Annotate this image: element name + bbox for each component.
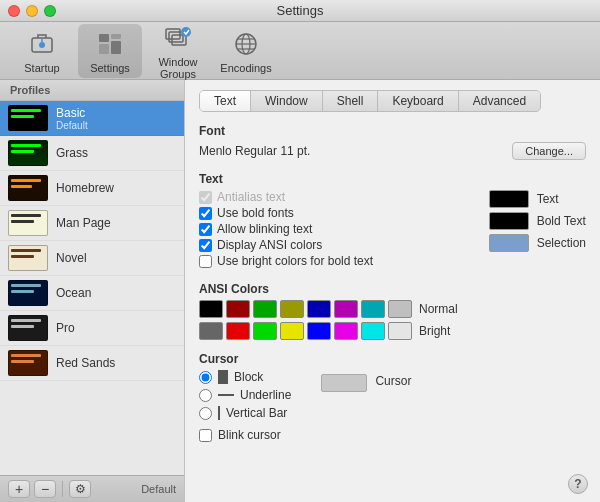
tab-text[interactable]: Text [200,91,251,111]
add-profile-button[interactable]: + [8,480,30,498]
minimize-button[interactable] [26,5,38,17]
cursor-vbar-vis [218,406,220,420]
encodings-label: Encodings [220,62,271,74]
ansi-bright-7[interactable] [388,322,412,340]
toolbar-item-window-groups[interactable]: Window Groups [146,18,210,84]
ansi-normal-0[interactable] [199,300,223,318]
ansi-bright-5[interactable] [334,322,358,340]
ansi-normal-3[interactable] [280,300,304,318]
profile-name-grass: Grass [56,146,88,160]
ansi-normal-4[interactable] [307,300,331,318]
bold-fonts-checkbox[interactable] [199,207,212,220]
svg-rect-7 [169,32,183,42]
ansi-bright-0[interactable] [199,322,223,340]
svg-rect-4 [111,34,121,39]
content-pane: Text Window Shell Keyboard Advanced Font… [185,80,600,502]
sidebar-toolbar: + − ⚙ Default [0,475,184,502]
text-sample-bold: Bold Text [489,212,586,230]
sidebar-item-novel[interactable]: Novel [0,241,184,276]
text-section-title: Text [199,172,586,186]
toolbar-item-startup[interactable]: Startup [10,24,74,78]
text-sample-text: Text [489,190,586,208]
ansi-bright-3[interactable] [280,322,304,340]
selection-sample-box [489,234,529,252]
sidebar-item-homebrew[interactable]: Homebrew [0,171,184,206]
tab-advanced[interactable]: Advanced [459,91,540,111]
ansi-normal-1[interactable] [226,300,250,318]
cursor-block-label: Block [234,370,263,384]
ansi-bright-2[interactable] [253,322,277,340]
tab-shell[interactable]: Shell [323,91,379,111]
ansi-normal-2[interactable] [253,300,277,318]
cursor-vbar-radio[interactable] [199,407,212,420]
ansi-normal-5[interactable] [334,300,358,318]
sidebar-item-redsands[interactable]: Red Sands [0,346,184,381]
tab-keyboard[interactable]: Keyboard [378,91,458,111]
text-sample-label: Text [537,192,559,206]
close-button[interactable] [8,5,20,17]
ansi-normal-label: Normal [419,302,458,316]
cursor-block-radio[interactable] [199,371,212,384]
blink-text-checkbox[interactable] [199,223,212,236]
ansi-bright-4[interactable] [307,322,331,340]
blink-cursor-checkbox[interactable] [199,429,212,442]
sidebar-header: Profiles [0,80,184,101]
toolbar-item-settings[interactable]: Settings [78,24,142,78]
default-label: Default [141,483,176,495]
text-section: Text Antialias text Use bold fonts Allow… [199,172,586,270]
sidebar-item-manpage[interactable]: Man Page [0,206,184,241]
ansi-bright-6[interactable] [361,322,385,340]
sidebar-item-pro[interactable]: Pro [0,311,184,346]
encodings-icon [230,28,262,60]
bright-bold-label: Use bright colors for bold text [217,254,373,268]
text-sample-box [489,190,529,208]
bright-bold-checkbox[interactable] [199,255,212,268]
cursor-block-vis [218,370,228,384]
help-button[interactable]: ? [568,474,588,494]
profile-info-ocean: Ocean [56,286,91,300]
text-options: Antialias text Use bold fonts Allow blin… [199,190,586,270]
cursor-underline-radio[interactable] [199,389,212,402]
sidebar-divider [62,481,63,497]
titlebar: Settings [0,0,600,22]
ansi-colors-checkbox[interactable] [199,239,212,252]
profile-thumb-basic [8,105,48,131]
profile-name-novel: Novel [56,251,87,265]
sidebar-item-basic[interactable]: Basic Default [0,101,184,136]
gear-button[interactable]: ⚙ [69,480,91,498]
font-section: Font Menlo Regular 11 pt. Change... [199,124,586,160]
cursor-underline-vis [218,394,234,396]
profile-thumb-ocean [8,280,48,306]
profile-name-pro: Pro [56,321,75,335]
toolbar-item-encodings[interactable]: Encodings [214,24,278,78]
profile-thumb-pro [8,315,48,341]
remove-profile-button[interactable]: − [34,480,56,498]
cursor-section: Cursor Block Underline [199,352,586,442]
cursor-vbar-label: Vertical Bar [226,406,287,420]
cursor-underline-row: Underline [199,388,291,402]
ansi-bright-label: Bright [419,324,450,338]
profile-info-basic: Basic Default [56,106,88,131]
antialias-checkbox[interactable] [199,191,212,204]
ansi-section-title: ANSI Colors [199,282,586,296]
svg-rect-2 [99,34,109,42]
text-samples: Text Bold Text Selection [489,190,586,270]
ansi-normal-7[interactable] [388,300,412,318]
settings-icon [94,28,126,60]
ansi-normal-row: Normal [199,300,586,318]
sidebar-item-ocean[interactable]: Ocean [0,276,184,311]
maximize-button[interactable] [44,5,56,17]
tab-window[interactable]: Window [251,91,323,111]
sidebar-item-grass[interactable]: Grass [0,136,184,171]
startup-label: Startup [24,62,59,74]
tab-bar: Text Window Shell Keyboard Advanced [199,90,541,112]
ansi-normal-6[interactable] [361,300,385,318]
change-font-button[interactable]: Change... [512,142,586,160]
font-row: Menlo Regular 11 pt. Change... [199,142,586,160]
cursor-underline-label: Underline [240,388,291,402]
selection-sample-label: Selection [537,236,586,250]
window-controls [8,5,56,17]
svg-rect-6 [166,29,180,39]
settings-label: Settings [90,62,130,74]
ansi-bright-1[interactable] [226,322,250,340]
